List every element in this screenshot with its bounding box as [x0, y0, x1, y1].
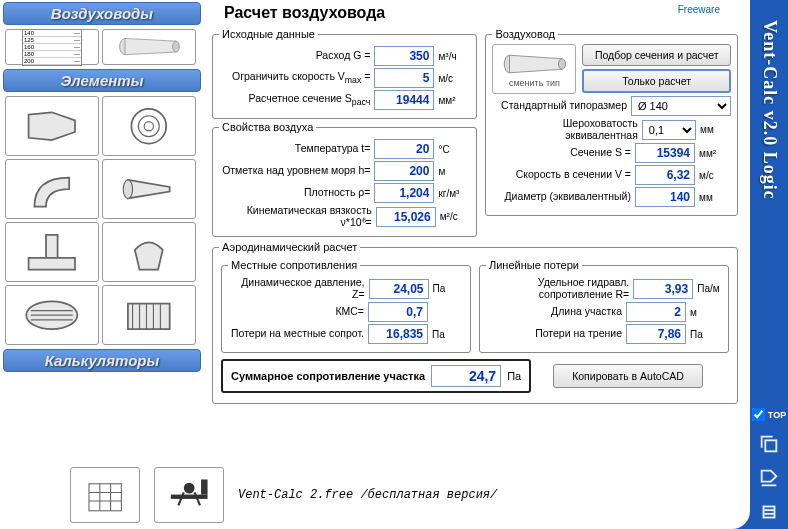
thumb-adapter[interactable]: [5, 96, 99, 156]
svg-point-17: [559, 59, 566, 70]
thumb-round-duct[interactable]: [102, 29, 196, 65]
lbl-len: Длина участка: [551, 306, 622, 318]
lbl-sum: Суммарное сопротивление участка: [231, 370, 425, 382]
legend-linear: Линейные потери: [486, 259, 582, 271]
duct-type-image[interactable]: сменить тип: [492, 44, 576, 94]
legend-local: Местные сопротивления: [228, 259, 360, 271]
out-localloss: [368, 324, 428, 344]
top-checkbox[interactable]: TOP: [752, 408, 786, 421]
svg-point-5: [123, 180, 132, 199]
out-v: [635, 165, 695, 185]
thumb-tee[interactable]: [5, 222, 99, 282]
settings-icon[interactable]: [756, 499, 782, 525]
svg-point-24: [184, 483, 195, 494]
unit-rough: мм: [700, 124, 731, 135]
lbl-v: Скорость в сечении V =: [516, 169, 631, 181]
thumb-calc-drafting[interactable]: [154, 467, 224, 523]
unit-visc: м²/с: [440, 211, 471, 222]
lbl-flow: Расход G =: [316, 50, 371, 62]
svg-point-4: [144, 121, 153, 130]
unit-v: м/с: [699, 170, 731, 181]
lbl-r: Удельное гидравл. сопротивление R=: [486, 277, 629, 300]
thumb-grille[interactable]: [5, 285, 99, 345]
input-kmc[interactable]: [368, 302, 428, 322]
lbl-localloss: Потери на местные сопрот.: [231, 328, 364, 340]
input-flow[interactable]: [374, 46, 434, 66]
copy-icon[interactable]: [756, 431, 782, 457]
lbl-visc: Кинематическая вязкость ν*10⁶=: [219, 205, 372, 228]
svg-point-2: [132, 109, 167, 144]
unit-dens: кг/м³: [438, 188, 470, 199]
legend-duct: Воздуховод: [492, 28, 558, 40]
input-sect[interactable]: [374, 90, 434, 110]
svg-rect-18: [89, 484, 121, 511]
out-s: [635, 143, 695, 163]
select-size[interactable]: Ø 140: [631, 96, 731, 116]
svg-rect-10: [128, 303, 170, 329]
change-type-label: сменить тип: [509, 78, 560, 88]
unit-vmax: м/с: [438, 73, 470, 84]
thumb-cap[interactable]: [102, 222, 196, 282]
thumb-calc-building[interactable]: [70, 467, 140, 523]
svg-rect-23: [171, 495, 208, 499]
lbl-s: Сечение S =: [570, 147, 631, 159]
app-title-vertical: Vent-Calc v2.0 Logic: [759, 20, 780, 200]
footer-text: Vent-Calc 2.free /бесплатная версия/: [238, 488, 497, 502]
btn-pick-section[interactable]: Подбор сечения и расчет: [582, 44, 731, 66]
unit-fric: Па: [690, 329, 722, 340]
lbl-temp: Температура t=: [295, 143, 371, 155]
btn-copy-autocad[interactable]: Копировать в AutoCAD: [553, 364, 703, 388]
top-checkbox-input[interactable]: [752, 408, 765, 421]
export-icon[interactable]: [756, 465, 782, 491]
top-checkbox-label: TOP: [768, 410, 786, 420]
thumb-reducer[interactable]: [102, 159, 196, 219]
legend-aero: Аэродинамический расчет: [219, 241, 360, 253]
unit-r: Па/м: [697, 283, 722, 294]
unit-len: м: [690, 307, 722, 318]
unit-flow: м³/ч: [438, 51, 470, 62]
select-rough[interactable]: 0,1: [642, 120, 696, 140]
input-temp[interactable]: [374, 139, 434, 159]
thumb-elbow[interactable]: [5, 159, 99, 219]
lbl-fric: Потери на трение: [535, 328, 622, 340]
btn-calc-only[interactable]: Только расчет: [582, 69, 731, 93]
unit-localloss: Па: [432, 329, 464, 340]
svg-point-1: [173, 42, 180, 53]
sidebar-hdr-calcs: Калькуляторы: [3, 349, 201, 372]
fieldset-local: Местные сопротивления Динамическое давле…: [221, 259, 471, 353]
input-len[interactable]: [626, 302, 686, 322]
svg-rect-27: [764, 507, 775, 518]
lbl-rough: Шероховатость эквивалентная: [492, 118, 637, 141]
out-sum: [431, 365, 501, 387]
fieldset-linear: Линейные потери Удельное гидравл. сопрот…: [479, 259, 729, 353]
out-r: [633, 279, 693, 299]
lbl-size: Стандартный типоразмер: [501, 100, 627, 112]
unit-d: мм: [699, 192, 731, 203]
svg-point-3: [139, 116, 160, 137]
thumb-diffuser[interactable]: [102, 96, 196, 156]
thumb-heater[interactable]: [102, 285, 196, 345]
sum-box: Суммарное сопротивление участка Па: [221, 359, 531, 393]
sidebar-hdr-ducts: Воздуховоды: [3, 2, 201, 25]
unit-s: мм²: [699, 148, 731, 159]
out-fric: [626, 324, 686, 344]
input-vmax[interactable]: [374, 68, 434, 88]
page-title: Расчет воздуховода: [224, 4, 740, 22]
thumb-sizes-table[interactable]: 140—125—160—180—200—: [5, 29, 99, 65]
lbl-dens: Плотность ρ=: [304, 187, 370, 199]
lbl-kmc: КМС=: [335, 306, 364, 318]
input-alt[interactable]: [374, 161, 434, 181]
freeware-link[interactable]: Freeware: [678, 4, 720, 15]
lbl-z: Динамическое давление, Z=: [228, 277, 365, 300]
out-z: [369, 279, 429, 299]
out-d: [635, 187, 695, 207]
fieldset-duct: Воздуховод сменить тип Подбор сечения и …: [485, 28, 738, 216]
input-dens[interactable]: [374, 183, 434, 203]
unit-alt: м: [438, 166, 470, 177]
fieldset-air: Свойства воздуха Температура t=°C Отметк…: [212, 121, 477, 237]
legend-input: Исходные данные: [219, 28, 318, 40]
svg-rect-26: [765, 440, 776, 451]
input-visc[interactable]: [376, 207, 436, 227]
lbl-alt: Отметка над уровнем моря h=: [222, 165, 370, 177]
lbl-sect: Расчетное сечение Sрасч: [249, 93, 371, 108]
